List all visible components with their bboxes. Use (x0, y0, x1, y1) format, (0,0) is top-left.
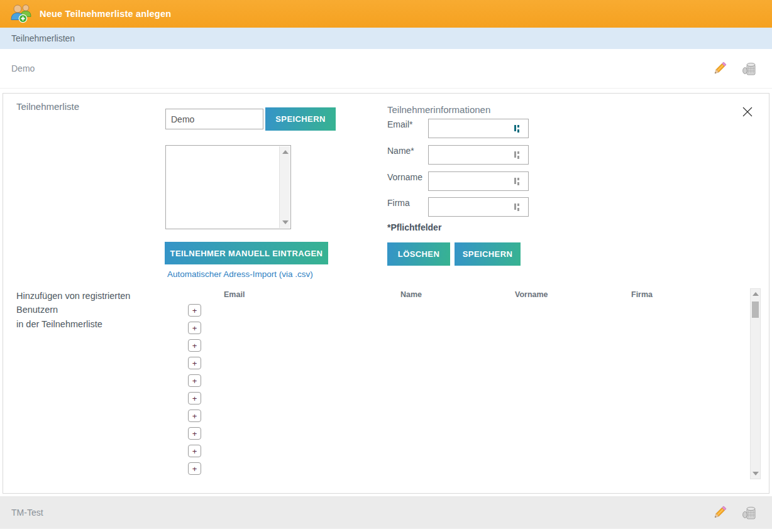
participant-list-name: TM-Test (11, 508, 43, 518)
section-header: Teilnehmerlisten (0, 28, 772, 49)
list-name-input[interactable] (165, 109, 263, 129)
csv-import-link[interactable]: Automatischer Adress-Import (via .csv) (167, 269, 313, 279)
table-scrollbar[interactable] (750, 288, 761, 479)
autofill-icon (514, 124, 522, 133)
add-user-button[interactable]: + (188, 322, 201, 334)
scroll-up-icon[interactable] (753, 292, 759, 296)
firma-input[interactable] (428, 197, 529, 217)
listbox-scrollbar[interactable] (279, 146, 290, 228)
page-title: Neue Teilnehmerliste anlegen (40, 9, 171, 19)
participant-list-row[interactable]: TM-Test (0, 496, 772, 529)
add-user-button[interactable]: + (188, 339, 201, 352)
name-label: Name* (387, 146, 414, 156)
section-title: Teilnehmerlisten (11, 33, 75, 43)
save-participant-button[interactable]: SPEICHERN (455, 242, 521, 266)
vorname-label: Vorname (387, 172, 422, 182)
autofill-icon (514, 150, 522, 159)
email-input[interactable] (428, 119, 529, 138)
autofill-icon (514, 202, 522, 211)
close-icon[interactable] (740, 105, 755, 120)
email-label: Email* (387, 119, 412, 129)
column-header-firma: Firma (631, 290, 653, 299)
list-name-label: Teilnehmerliste (16, 101, 79, 112)
firma-label: Firma (387, 198, 410, 208)
add-participant-list-icon (10, 3, 33, 26)
participant-list-name: Demo (11, 63, 35, 73)
add-user-button[interactable]: + (188, 462, 201, 475)
scroll-down-icon[interactable] (753, 472, 759, 475)
required-fields-note: *Pflichtfelder (387, 222, 441, 232)
registered-users-caption: Hinzufügen von registrierten Benutzern i… (16, 289, 174, 331)
add-user-button[interactable]: + (188, 357, 201, 369)
add-user-button[interactable]: + (188, 445, 201, 457)
manual-entry-button[interactable]: TEILNEHMER MANUELL EINTRAGEN (165, 242, 328, 264)
participant-list-editor-panel: Teilnehmerliste SPEICHERN TEILNEHMER MAN… (3, 93, 769, 494)
add-buttons-column: ++++++++++ (188, 304, 201, 475)
app-window: Neue Teilnehmerliste anlegen Teilnehmerl… (0, 0, 772, 532)
participant-list-row[interactable]: Demo (0, 49, 772, 89)
scrollbar-thumb[interactable] (752, 301, 759, 318)
scroll-up-icon[interactable] (282, 150, 289, 154)
column-header-vorname: Vorname (515, 290, 548, 299)
caption-line-2: in der Teilnehmerliste (16, 317, 174, 331)
scroll-down-icon[interactable] (282, 220, 289, 224)
caption-line-1: Hinzufügen von registrierten Benutzern (16, 289, 174, 317)
delete-trash-icon[interactable] (741, 60, 757, 77)
column-header-email: Email (224, 290, 245, 299)
name-input[interactable] (428, 145, 529, 165)
vorname-input[interactable] (428, 171, 529, 191)
participant-info-title: Teilnehmerinformationen (387, 104, 490, 115)
add-user-button[interactable]: + (188, 427, 201, 440)
edit-pencil-icon[interactable] (712, 60, 728, 77)
edit-pencil-icon[interactable] (712, 504, 728, 521)
add-user-button[interactable]: + (188, 374, 201, 387)
add-user-button[interactable]: + (188, 392, 201, 404)
page-header[interactable]: Neue Teilnehmerliste anlegen (0, 0, 772, 28)
delete-trash-icon[interactable] (741, 504, 757, 521)
add-user-button[interactable]: + (188, 410, 201, 422)
delete-participant-button[interactable]: LÖSCHEN (387, 242, 450, 266)
column-header-name: Name (400, 290, 422, 299)
autofill-icon (514, 176, 522, 185)
participant-listbox[interactable] (165, 145, 291, 229)
save-list-button[interactable]: SPEICHERN (265, 107, 336, 131)
add-user-button[interactable]: + (188, 304, 201, 317)
